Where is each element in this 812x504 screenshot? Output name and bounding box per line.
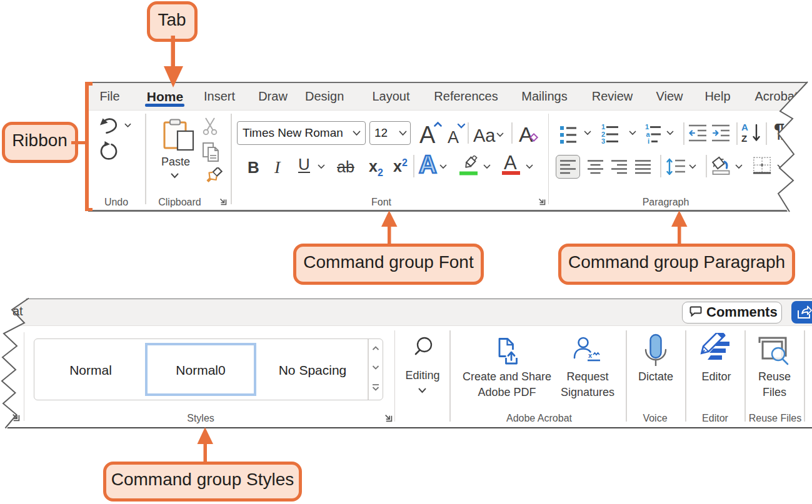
svg-text:Z: Z	[741, 133, 747, 144]
svg-text:1: 1	[601, 123, 605, 131]
svg-text:2: 2	[601, 131, 605, 138]
svg-text:3: 3	[601, 137, 605, 145]
svg-text:i: i	[648, 137, 649, 145]
svg-text:1: 1	[645, 123, 649, 131]
svg-text:x: x	[588, 352, 593, 359]
svg-text:a: a	[646, 131, 651, 138]
svg-text:A: A	[741, 122, 748, 132]
